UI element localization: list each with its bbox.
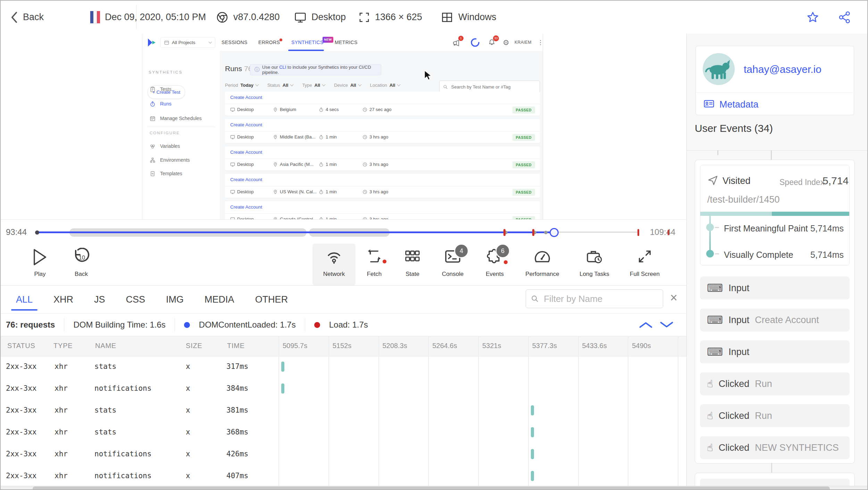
state-panel-button[interactable]: State	[396, 244, 429, 285]
fetch-panel-button[interactable]: Fetch	[358, 244, 391, 285]
sidebar-item-runs[interactable]: Runs	[142, 99, 220, 109]
network-type-tab[interactable]: OTHER	[255, 294, 288, 305]
metadata-link[interactable]: Metadata	[719, 99, 759, 110]
app-user-name[interactable]: KRAIEM	[515, 34, 532, 51]
column-header[interactable]: SIZE	[186, 336, 202, 355]
user-event-item[interactable]: ☝ Clicked Run	[700, 372, 850, 395]
network-request-row[interactable]: 2xx-3xx xhr notifications x 407ms	[1, 465, 686, 487]
error-marker[interactable]	[503, 229, 506, 236]
run-test-name-link[interactable]: Create Account	[230, 122, 262, 127]
clock-icon	[362, 217, 367, 220]
run-card[interactable]: Create Account Desktop US West (N. Cal..…	[225, 174, 540, 198]
share-button[interactable]	[838, 1, 851, 34]
app-tab-synthetics[interactable]: SYNTHETICS	[291, 34, 324, 51]
sidebar-item-variables[interactable]: Variables	[142, 141, 220, 151]
run-test-name-link[interactable]: Create Account	[230, 150, 262, 155]
playhead-handle[interactable]	[550, 228, 559, 237]
sidebar-item-environments[interactable]: Environments	[142, 155, 220, 165]
settings-gear-icon[interactable]: ⚙	[503, 34, 509, 51]
full-screen-button[interactable]: Full Screen	[623, 244, 666, 285]
test-search-box[interactable]	[439, 81, 540, 93]
run-details-row: Desktop Asia Pacific (M... 1 min	[225, 159, 540, 171]
jump-next-icon[interactable]	[660, 321, 674, 329]
console-panel-button[interactable]: 4 Console	[436, 244, 469, 285]
paint-progress-left	[700, 212, 772, 216]
network-type-tab[interactable]: CSS	[126, 294, 145, 305]
runs-filter[interactable]: Device All	[334, 83, 361, 88]
app-tab-sessions[interactable]: SESSIONS	[222, 34, 248, 51]
network-filter-input[interactable]	[543, 293, 658, 305]
network-type-tab[interactable]: JS	[94, 294, 105, 305]
horizontal-scrollbar[interactable]	[1, 486, 868, 490]
error-marker[interactable]	[637, 229, 639, 236]
error-marker[interactable]	[532, 229, 534, 236]
run-test-name-link[interactable]: Create Account	[230, 204, 262, 210]
screen-size-icon	[358, 11, 370, 23]
sidebar-item-manage-schedules[interactable]: Manage Schedules	[142, 113, 220, 123]
search-icon	[531, 294, 539, 303]
paint-progress-right	[772, 212, 849, 216]
timeline-track-remaining[interactable]	[554, 231, 638, 233]
column-header[interactable]: NAME	[95, 336, 116, 355]
user-event-item[interactable]: ⌨ Input	[700, 340, 850, 363]
run-card[interactable]: Create Account Desktop Belgium	[225, 92, 540, 116]
play-button[interactable]: Play	[24, 244, 56, 285]
back-10s-button[interactable]: 10 Back	[66, 244, 97, 285]
cli-link[interactable]: CLI	[279, 65, 286, 70]
network-type-tab[interactable]: ALL	[16, 294, 33, 305]
visited-event-card[interactable]: Visited Speed Index 5,714 /test-builder/…	[700, 165, 850, 265]
scrollbar-thumb[interactable]	[33, 487, 830, 490]
event-detail: Run	[755, 379, 772, 389]
run-test-name-link[interactable]: Create Account	[230, 95, 262, 100]
network-request-row[interactable]: 2xx-3xx xhr stats x 368ms	[1, 421, 686, 443]
user-event-item[interactable]: ☝ Clicked Run	[700, 404, 850, 427]
network-request-row[interactable]: 2xx-3xx xhr stats x 381ms	[1, 399, 686, 421]
project-selector[interactable]: All Projects	[160, 37, 215, 48]
timeline-track-played[interactable]	[37, 231, 554, 233]
run-test-name-link[interactable]: Create Account	[230, 177, 262, 182]
run-card[interactable]: Create Account Desktop Middle East (Ba..…	[225, 119, 540, 143]
user-event-item[interactable]: ⌨ Input Create Account	[700, 309, 850, 331]
network-filter-box[interactable]	[526, 289, 663, 308]
favorite-button[interactable]	[806, 1, 819, 34]
runs-filter[interactable]: Type All	[302, 83, 325, 88]
network-request-row[interactable]: 2xx-3xx xhr stats x 317ms	[1, 356, 686, 378]
request-bar	[531, 471, 534, 481]
browser-info: v87.0.4280	[216, 1, 280, 34]
run-card[interactable]: Create Account Desktop Asia Pacific (M..…	[225, 146, 540, 170]
close-panel-icon[interactable]: ×	[670, 290, 677, 305]
app-tab-errors[interactable]: ERRORS	[258, 34, 280, 51]
column-header[interactable]: TIME	[227, 336, 245, 355]
run-card[interactable]: Create Account Desktop Canada (Central..…	[225, 201, 540, 219]
test-search-input[interactable]	[451, 84, 536, 90]
long-tasks-panel-button[interactable]: Long Tasks	[572, 244, 617, 285]
network-request-row[interactable]: 2xx-3xx xhr notifications x 384ms	[1, 378, 686, 399]
more-menu-icon[interactable]: ⋮	[537, 34, 543, 51]
performance-panel-button[interactable]: Performance	[520, 244, 565, 285]
sidebar-item-label: Runs	[160, 101, 172, 107]
network-request-row[interactable]: 2xx-3xx xhr notifications x 426ms	[1, 443, 686, 465]
sidebar-item-templates[interactable]: Templates	[142, 169, 220, 178]
metadata-icon	[703, 98, 715, 109]
user-event-list: ⌨ Input ⌨ Input Create Account ⌨	[700, 277, 850, 459]
runs-filter[interactable]: Status All	[267, 83, 293, 88]
runs-filter[interactable]: Location All	[370, 83, 400, 88]
events-panel-button[interactable]: 6 Events	[478, 244, 511, 285]
runs-filter[interactable]: Period Today	[225, 83, 258, 88]
network-type-tab[interactable]: XHR	[53, 294, 73, 305]
network-panel: ALL XHR JS CSS IMG MEDIA OTHER × 76: req…	[1, 285, 686, 490]
event-marker-dot	[544, 231, 548, 234]
network-type-tab[interactable]: IMG	[166, 294, 184, 305]
column-header[interactable]: STATUS	[7, 336, 35, 355]
user-email-link[interactable]: tahay@asayer.io	[744, 64, 821, 75]
user-event-item[interactable]: ☝ Clicked NEW SYNTHETICS	[700, 436, 850, 459]
event-type-label: Input	[728, 315, 749, 326]
sidebar-item-tests[interactable]: Tests	[142, 84, 220, 94]
back-button[interactable]: Back	[10, 1, 44, 34]
column-header[interactable]: TYPE	[53, 336, 73, 355]
user-event-item[interactable]: ⌨ Input	[700, 277, 850, 299]
network-panel-button[interactable]: Network	[312, 244, 356, 285]
app-tab-metrics[interactable]: METRICS	[335, 34, 358, 51]
jump-previous-icon[interactable]	[639, 321, 653, 329]
network-type-tab[interactable]: MEDIA	[205, 294, 234, 305]
